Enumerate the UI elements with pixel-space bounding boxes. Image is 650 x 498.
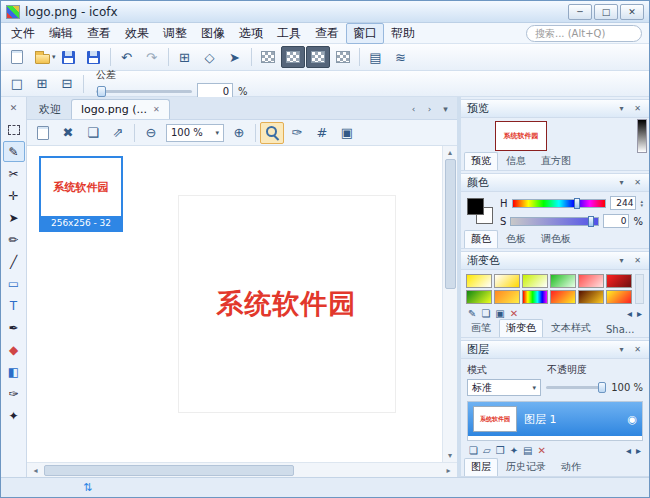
menu-tools[interactable]: 工具 — [270, 23, 308, 44]
titlebar[interactable]: logo.png - icofx ─ □ ✕ — [1, 1, 649, 23]
new-layer-button[interactable]: ❏ — [469, 445, 478, 456]
duplicate-image-button[interactable]: ❏ — [81, 122, 105, 144]
tab-info[interactable]: 信息 — [499, 152, 533, 170]
animation-button[interactable]: ≋ — [389, 46, 413, 68]
menu-options[interactable]: 选项 — [232, 23, 270, 44]
layers-panel-button[interactable]: ▤ — [364, 46, 388, 68]
gradient-swatch[interactable] — [494, 274, 520, 288]
scroll-down-icon[interactable]: ▾ — [445, 451, 456, 460]
image-thumbnail[interactable]: 系统软件园 256x256 - 32 — [39, 156, 123, 232]
gradient-delete-button[interactable]: ✕ — [510, 308, 518, 319]
tool-eraser[interactable]: ◆ — [3, 339, 25, 360]
menu-edit[interactable]: 编辑 — [42, 23, 80, 44]
close-button[interactable]: ✕ — [620, 4, 644, 20]
menu-file[interactable]: 文件 — [4, 23, 42, 44]
opacity-slider-handle[interactable] — [598, 382, 606, 393]
zoom-level-select[interactable]: 100 % ▾ — [166, 124, 224, 142]
gradient-swatch[interactable] — [466, 290, 492, 304]
selection-subtract-button[interactable]: ⊟ — [55, 73, 79, 95]
transparency-mode-3-button[interactable] — [306, 46, 330, 68]
saturation-value-field[interactable]: 0 — [603, 214, 629, 228]
menu-view2[interactable]: 查看 — [308, 23, 346, 44]
tab-prev-button[interactable]: ‹ — [407, 102, 420, 115]
gradient-edit-button[interactable]: ✎ — [468, 308, 476, 319]
gradient-copy-button[interactable]: ❏ — [481, 308, 490, 319]
scroll-left-icon[interactable]: ◂ — [30, 466, 41, 475]
saturation-slider[interactable] — [510, 217, 599, 226]
gradient-collapse-icon[interactable]: ▾ — [616, 256, 627, 265]
tool-marquee[interactable] — [3, 119, 25, 140]
gradient-swatch[interactable] — [578, 290, 604, 304]
gradient-swatch[interactable] — [466, 274, 492, 288]
new-document-button[interactable] — [5, 46, 29, 68]
scroll-right-icon[interactable]: ▸ — [443, 466, 454, 475]
foreground-color-swatch[interactable] — [467, 198, 484, 215]
vertical-scroll-thumb[interactable] — [445, 159, 456, 289]
horizontal-scrollbar[interactable]: ◂ ▸ — [27, 462, 457, 477]
tool-pencil[interactable]: ✏ — [3, 229, 25, 250]
transparency-mode-4-button[interactable] — [331, 46, 355, 68]
gradient-swatch[interactable] — [522, 274, 548, 288]
menu-view[interactable]: 查看 — [80, 23, 118, 44]
tool-text[interactable]: T — [3, 295, 25, 316]
tab-shadow[interactable]: Sha... — [599, 322, 641, 337]
magnifier-button[interactable] — [260, 122, 284, 144]
layer-group-button[interactable]: ▱ — [483, 445, 491, 456]
gradient-close-icon[interactable]: ✕ — [632, 256, 643, 265]
saturation-slider-handle[interactable] — [588, 216, 594, 227]
tab-histogram[interactable]: 直方图 — [534, 152, 578, 170]
hue-slider-handle[interactable] — [574, 198, 580, 209]
tab-next-button[interactable]: › — [423, 102, 436, 115]
tolerance-slider-track[interactable] — [96, 90, 192, 93]
hue-slider[interactable] — [512, 199, 607, 208]
menu-image[interactable]: 图像 — [194, 23, 232, 44]
hue-value-field[interactable]: 244 — [610, 196, 636, 210]
tool-line[interactable]: ╱ — [3, 251, 25, 272]
gradient-scrollbar[interactable] — [635, 274, 644, 304]
tab-welcome[interactable]: 欢迎 — [29, 99, 71, 119]
tool-fill[interactable]: ◧ — [3, 361, 25, 382]
shapes-button[interactable]: ◇ — [198, 46, 222, 68]
add-image-button[interactable] — [31, 122, 55, 144]
tab-gradient[interactable]: 渐变色 — [499, 319, 543, 337]
tool-move[interactable]: ✛ — [3, 185, 25, 206]
tab-layers[interactable]: 图层 — [464, 458, 498, 476]
horizontal-scroll-thumb[interactable] — [44, 465, 294, 476]
layer-visibility-eye-icon[interactable]: ◉ — [627, 413, 637, 426]
gradient-next-button[interactable]: ▸ — [637, 308, 642, 319]
frame-toggle-button[interactable]: ▣ — [335, 122, 359, 144]
gradient-swatch[interactable] — [578, 274, 604, 288]
gradient-swatch[interactable] — [606, 274, 632, 288]
open-dropdown-icon[interactable]: ▾ — [52, 53, 56, 61]
canvas[interactable]: 系统软件园 — [179, 196, 395, 412]
transparency-mode-2-button[interactable] — [281, 46, 305, 68]
blend-mode-select[interactable]: 标准 ▾ — [467, 379, 541, 396]
maximize-button[interactable]: □ — [594, 4, 618, 20]
open-button[interactable] — [30, 46, 54, 68]
tolerance-slider-handle[interactable] — [97, 86, 106, 97]
opacity-slider[interactable] — [546, 382, 606, 393]
preview-close-icon[interactable]: ✕ — [632, 104, 643, 113]
grid-toggle-button[interactable]: # — [310, 122, 334, 144]
export-image-button[interactable]: ⇗ — [106, 122, 130, 144]
selection-add-button[interactable]: ⊞ — [30, 73, 54, 95]
resize-button[interactable]: ⊞ — [173, 46, 197, 68]
tool-crop[interactable]: ✂ — [3, 163, 25, 184]
tool-rectangle[interactable]: ▭ — [3, 273, 25, 294]
layer-next-button[interactable]: ▸ — [636, 445, 641, 456]
tab-color[interactable]: 颜色 — [464, 230, 498, 248]
merge-layer-button[interactable]: ▤ — [523, 445, 532, 456]
tab-text-style[interactable]: 文本样式 — [544, 319, 598, 337]
tab-history[interactable]: 历史记录 — [499, 458, 553, 476]
delete-image-button[interactable]: ✖ — [56, 122, 80, 144]
minimize-button[interactable]: ─ — [568, 4, 592, 20]
tab-preview[interactable]: 预览 — [464, 152, 498, 170]
save-button[interactable] — [57, 46, 81, 68]
vertical-scrollbar[interactable]: ▴ ▾ — [442, 146, 457, 462]
color-close-icon[interactable]: ✕ — [632, 178, 643, 187]
tab-menu-button[interactable]: ▾ — [439, 102, 452, 115]
scroll-up-icon[interactable]: ▴ — [445, 148, 456, 157]
save-all-button[interactable] — [82, 46, 106, 68]
gradient-swatch[interactable] — [606, 290, 632, 304]
tool-dropper[interactable]: ✦ — [3, 405, 25, 426]
